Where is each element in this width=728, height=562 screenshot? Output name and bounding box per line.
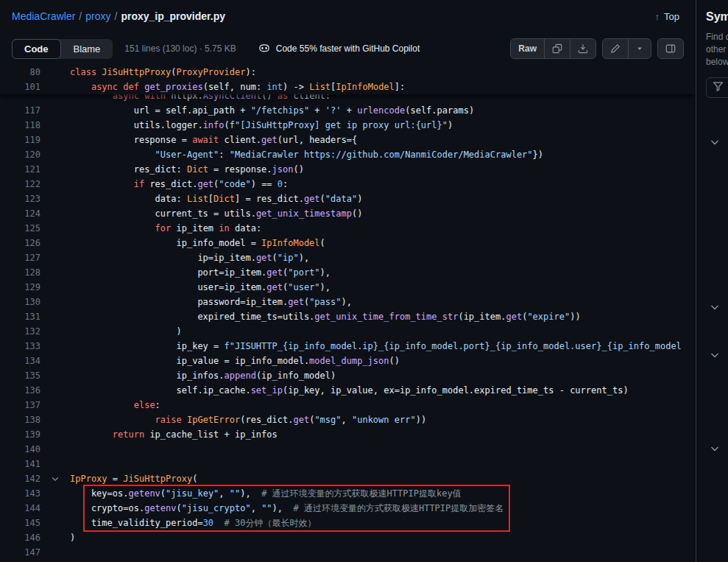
code-text: async with httpx.AsyncClient() as client… [70, 94, 331, 103]
edit-file-button[interactable] [602, 38, 629, 59]
code-line: 145 time_validity_period=30 # 30分钟（最长时效） [0, 516, 696, 530]
edit-options-dropdown[interactable] [628, 38, 651, 59]
gutter [40, 250, 70, 265]
line-number[interactable]: 141 [0, 457, 40, 471]
breadcrumb-separator: / [114, 10, 117, 22]
code-line: 137 else: [0, 398, 696, 412]
line-number[interactable]: 130 [0, 295, 40, 309]
line-number[interactable]: 122 [0, 177, 40, 192]
line-number[interactable]: 132 [0, 324, 40, 339]
line-number[interactable]: 142 [0, 471, 40, 486]
code-line: 133 ip_key = f"JISUHTTP_{ip_info_model.i… [0, 339, 696, 354]
line-number[interactable]: 136 [0, 383, 40, 398]
line-number[interactable] [0, 94, 40, 103]
code-text: port=ip_item.get("port"), [70, 265, 331, 280]
code-text: return ip_cache_list + ip_infos [70, 427, 278, 442]
line-number[interactable]: 80 [0, 65, 40, 80]
line-number[interactable]: 131 [0, 309, 40, 324]
line-number[interactable]: 129 [0, 280, 40, 295]
line-number[interactable]: 126 [0, 236, 40, 250]
breadcrumb-repo-link[interactable]: MediaCrawler [12, 10, 75, 22]
line-number[interactable]: 123 [0, 192, 40, 206]
chevron-down-icon[interactable] [709, 443, 721, 454]
line-number[interactable]: 118 [0, 118, 40, 133]
gutter [40, 383, 70, 398]
copy-raw-button[interactable] [544, 38, 570, 59]
copilot-icon [258, 42, 270, 56]
chevron-down-icon[interactable] [709, 301, 721, 313]
line-number[interactable]: 127 [0, 250, 40, 265]
description-line: Find definitions and references for func… [706, 31, 728, 43]
download-raw-button[interactable] [570, 38, 596, 59]
gutter [40, 354, 70, 368]
code-line: 122 if res_dict.get("code") == 0: [0, 177, 696, 192]
line-number[interactable]: 133 [0, 339, 40, 354]
line-number[interactable]: 143 [0, 486, 40, 501]
gutter [40, 339, 70, 354]
tab-blame[interactable]: Blame [61, 39, 113, 59]
line-number[interactable]: 144 [0, 501, 40, 516]
line-number[interactable]: 124 [0, 206, 40, 221]
gutter [40, 412, 70, 427]
raw-button[interactable]: Raw [510, 38, 545, 59]
symbols-panel-toggle-button[interactable] [657, 38, 684, 59]
gutter [40, 236, 70, 250]
symbols-panel: Symbols Find definitions and references … [696, 0, 728, 562]
gutter [40, 192, 70, 206]
gutter [40, 457, 70, 471]
line-number[interactable]: 128 [0, 265, 40, 280]
code-text: response = await client.get(url, headers… [70, 133, 357, 147]
code-text: url = self.api_path + "/fetchips" + '?' … [70, 103, 474, 118]
gutter [40, 280, 70, 295]
code-line: 139 return ip_cache_list + ip_infos [0, 427, 696, 442]
line-number[interactable]: 137 [0, 398, 40, 412]
code-line: 101 async def get_proxies(self, num: int… [0, 80, 696, 94]
sticky-lines: 80class JiSuHttpProxy(ProxyProvider):101… [0, 65, 696, 94]
gutter [40, 206, 70, 221]
line-number[interactable]: 119 [0, 133, 40, 147]
gutter [40, 368, 70, 383]
pencil-icon [610, 43, 621, 54]
code-line: 131 expired_time_ts=utils.get_unix_time_… [0, 309, 696, 324]
gutter [40, 545, 70, 560]
code-text: data: List[Dict] = res_dict.get("data") [70, 192, 362, 206]
code-text: for ip_item in data: [70, 221, 261, 236]
code-text: self.ip_cache.set_ip(ip_key, ip_value, e… [70, 383, 629, 398]
code-line: 128 port=ip_item.get("port"), [0, 265, 696, 280]
breadcrumb-dir-link[interactable]: proxy [85, 10, 110, 22]
line-number[interactable]: 146 [0, 530, 40, 545]
code-line: 138 raise IpGetError(res_dict.get("msg",… [0, 412, 696, 427]
breadcrumb: MediaCrawler / proxy / proxy_ip_provider… [12, 10, 225, 22]
code-text: raise IpGetError(res_dict.get("msg", "un… [70, 412, 426, 427]
chevron-down-icon[interactable] [709, 136, 721, 148]
line-number[interactable]: 139 [0, 427, 40, 442]
file-toolbar: Code Blame 151 lines (130 loc) · 5.75 KB… [0, 32, 696, 65]
line-number[interactable]: 145 [0, 516, 40, 530]
download-icon [578, 43, 588, 54]
line-number[interactable]: 147 [0, 545, 40, 560]
line-number[interactable]: 138 [0, 412, 40, 427]
breadcrumb-file-name: proxy_ip_provider.py [121, 10, 225, 22]
line-number[interactable]: 117 [0, 103, 40, 118]
code-line: 119 response = await client.get(url, hea… [0, 133, 696, 147]
symbols-panel-description: Find definitions and references for func… [706, 31, 728, 69]
line-number[interactable]: 120 [0, 147, 40, 162]
chevron-down-icon[interactable] [709, 349, 721, 361]
code-line: 80class JiSuHttpProxy(ProxyProvider): [0, 65, 696, 80]
tab-code[interactable]: Code [12, 39, 61, 59]
code-text: ip_infos.append(ip_info_model) [70, 368, 336, 383]
back-to-top-button[interactable]: ↑ Top [651, 10, 684, 23]
line-number[interactable]: 121 [0, 162, 40, 177]
line-number[interactable]: 101 [0, 80, 40, 94]
symbols-filter-input[interactable] [706, 77, 728, 98]
toolbar-actions: Raw [510, 38, 684, 59]
code-text: class JiSuHttpProxy(ProxyProvider): [70, 65, 256, 80]
line-number[interactable]: 135 [0, 368, 40, 383]
fold-chevron-icon[interactable] [51, 474, 60, 483]
line-number[interactable]: 125 [0, 221, 40, 236]
line-number[interactable]: 140 [0, 442, 40, 457]
gutter [40, 162, 70, 177]
line-number[interactable]: 134 [0, 354, 40, 368]
copilot-banner[interactable]: Code 55% faster with GitHub Copilot [258, 42, 420, 56]
copy-icon [552, 43, 562, 54]
